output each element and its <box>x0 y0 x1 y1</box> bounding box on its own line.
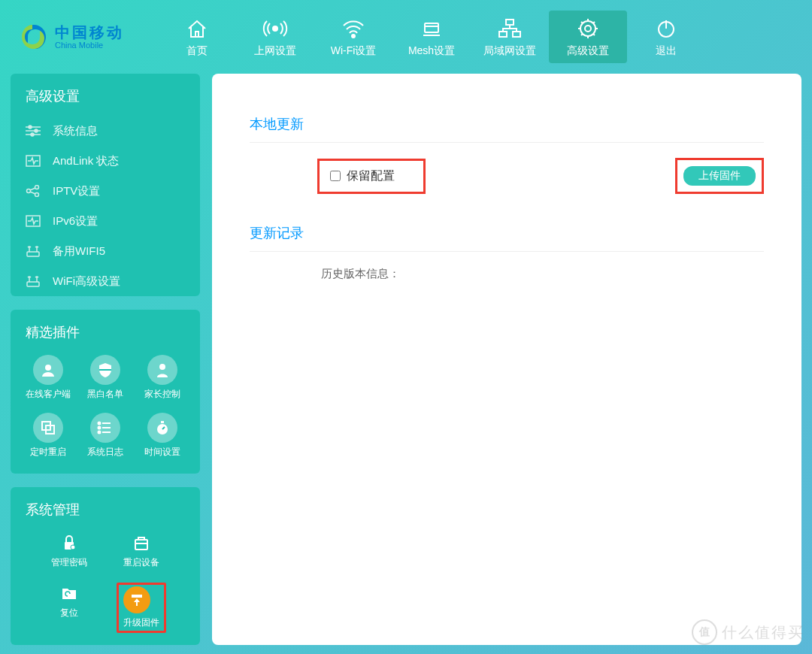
divider <box>250 251 764 252</box>
sidebar-item-andlink[interactable]: AndLink 状态 <box>11 146 200 176</box>
svg-line-22 <box>30 188 35 190</box>
brand-name-cn: 中国移动 <box>55 24 124 41</box>
mgmt-reset[interactable]: 复位 <box>33 580 105 636</box>
sidebar-plugins-title: 精选插件 <box>11 310 200 352</box>
section-history-title: 更新记录 <box>250 224 764 242</box>
sidebar-advanced-panel: 高级设置 系统信息 AndLink 状态 IPTV设置 IPv6设置 <box>11 74 200 296</box>
list-icon <box>97 419 114 436</box>
nav-advanced[interactable]: 高级设置 <box>549 11 627 63</box>
plugin-clients[interactable]: 在线客户端 <box>20 352 77 404</box>
power-icon <box>656 16 677 41</box>
broadcast-icon <box>262 16 288 41</box>
svg-rect-5 <box>506 20 514 25</box>
svg-point-0 <box>273 26 277 31</box>
users-icon <box>40 362 56 378</box>
sidebar-item-wifiadv[interactable]: WiFi高级设置 <box>11 266 200 296</box>
plugin-syslog[interactable]: 系统日志 <box>77 410 134 462</box>
svg-rect-28 <box>99 369 111 371</box>
plugin-blacklist[interactable]: 黑白名单 <box>77 352 134 404</box>
network-icon <box>497 16 523 41</box>
plugin-schedule-reboot[interactable]: 定时重启 <box>20 410 77 462</box>
china-mobile-logo-icon <box>19 22 49 52</box>
sidebar-item-wifi5[interactable]: 备用WIFI5 <box>11 236 200 266</box>
nav-mesh[interactable]: Mesh设置 <box>392 11 471 63</box>
gear-icon <box>577 16 599 41</box>
plugin-parental[interactable]: 家长控制 <box>134 352 191 404</box>
bag-icon <box>131 532 152 553</box>
main-content: 本地更新 保留配置 上传固件 更新记录 历史版本信息： <box>212 74 801 645</box>
nav-wifi[interactable]: Wi-Fi设置 <box>314 11 392 63</box>
mesh-icon <box>420 16 443 41</box>
mgmt-password[interactable]: 管理密码 <box>33 529 105 572</box>
svg-point-29 <box>159 364 165 370</box>
svg-point-1 <box>352 35 355 38</box>
svg-point-27 <box>45 365 51 371</box>
person-icon <box>154 362 171 378</box>
upload-icon <box>129 592 144 607</box>
svg-point-15 <box>35 129 38 132</box>
watermark-text: 什么值得买 <box>722 622 804 643</box>
svg-point-19 <box>27 189 31 193</box>
svg-rect-39 <box>161 421 164 423</box>
svg-rect-2 <box>425 23 438 32</box>
upload-firmware-button[interactable]: 上传固件 <box>683 166 756 186</box>
sidebar: 高级设置 系统信息 AndLink 状态 IPTV设置 IPv6设置 <box>11 74 200 645</box>
nav-lan[interactable]: 局域网设置 <box>471 11 549 63</box>
svg-rect-7 <box>513 32 520 37</box>
svg-point-13 <box>29 126 32 129</box>
svg-point-36 <box>98 427 101 429</box>
header: 中国移动 China Mobile 首页 上网设置 Wi-Fi设置 <box>0 0 812 74</box>
watermark: 值 什么值得买 <box>692 619 804 645</box>
watermark-badge-icon: 值 <box>692 619 717 645</box>
section-local-update-title: 本地更新 <box>250 115 764 133</box>
svg-rect-43 <box>135 540 147 550</box>
svg-point-37 <box>98 431 101 434</box>
share-icon <box>26 183 45 198</box>
pulse-icon <box>26 153 45 168</box>
upload-firmware-highlight: 上传固件 <box>675 158 764 194</box>
keep-config-label: 保留配置 <box>347 168 395 184</box>
nav-home[interactable]: 首页 <box>158 11 236 63</box>
sidebar-mgmt-title: 系统管理 <box>11 487 200 529</box>
sidebar-item-ipv6[interactable]: IPv6设置 <box>11 206 200 236</box>
svg-point-17 <box>31 133 34 136</box>
router-icon <box>26 274 45 289</box>
nav-logout[interactable]: 退出 <box>627 11 705 63</box>
top-navigation: 首页 上网设置 Wi-Fi设置 Mesh设置 局域网设置 <box>158 11 705 63</box>
divider <box>250 142 764 143</box>
shield-icon <box>97 362 114 378</box>
router-icon <box>26 244 45 259</box>
svg-point-42 <box>71 545 75 550</box>
svg-point-21 <box>35 193 39 197</box>
svg-rect-25 <box>27 252 39 256</box>
mgmt-upgrade[interactable]: 升级固件 <box>105 580 177 636</box>
mgmt-reboot[interactable]: 重启设备 <box>105 529 177 572</box>
svg-point-35 <box>98 422 101 425</box>
sidebar-item-sysinfo[interactable]: 系统信息 <box>11 116 200 146</box>
sidebar-mgmt-panel: 系统管理 管理密码 重启设备 复位 <box>11 487 200 645</box>
plugin-time[interactable]: 时间设置 <box>134 410 191 462</box>
logo: 中国移动 China Mobile <box>19 22 158 52</box>
stopwatch-icon <box>154 419 171 436</box>
home-icon <box>186 16 208 41</box>
svg-point-9 <box>585 26 591 32</box>
lock-icon <box>59 532 80 553</box>
wifi-icon <box>341 16 365 41</box>
keep-config-checkbox-wrap[interactable]: 保留配置 <box>317 159 426 194</box>
pulse-icon <box>26 213 45 229</box>
svg-rect-26 <box>27 282 39 286</box>
history-version-label: 历史版本信息： <box>321 267 764 281</box>
svg-line-23 <box>30 192 35 194</box>
sliders-icon <box>26 123 45 138</box>
sidebar-item-iptv[interactable]: IPTV设置 <box>11 176 200 206</box>
svg-point-20 <box>35 186 39 189</box>
svg-rect-45 <box>132 595 142 598</box>
sidebar-advanced-title: 高级设置 <box>11 74 200 116</box>
sidebar-plugins-panel: 精选插件 在线客户端 黑白名单 家长控制 定时重启 <box>11 310 200 474</box>
keep-config-checkbox[interactable] <box>330 171 341 181</box>
brand-name-en: China Mobile <box>55 41 124 50</box>
folder-reset-icon <box>59 583 80 604</box>
nav-internet[interactable]: 上网设置 <box>236 11 314 63</box>
svg-rect-6 <box>499 32 507 37</box>
copy-icon <box>40 419 56 436</box>
